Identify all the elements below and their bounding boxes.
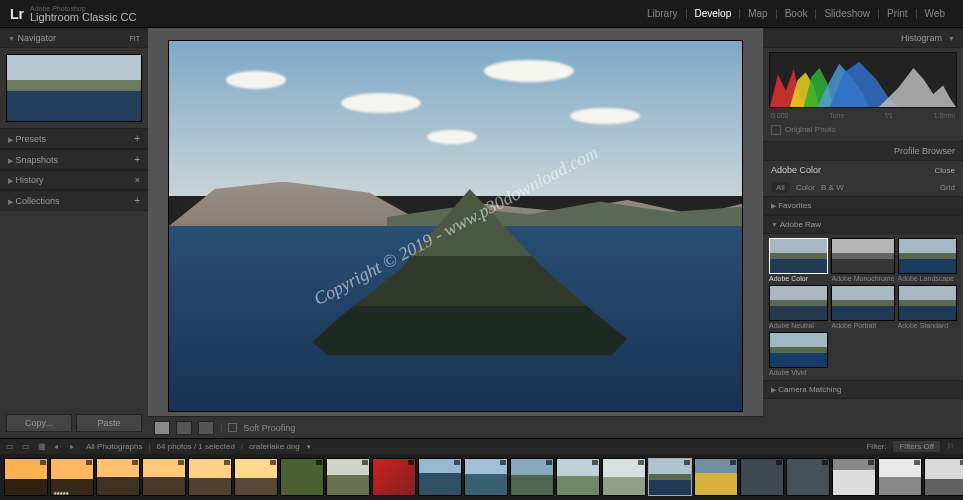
- panel-presets[interactable]: ▶ Presets+: [0, 128, 148, 149]
- main-window-icon[interactable]: ▭: [6, 442, 16, 452]
- filter-dropdown[interactable]: Filters Off: [892, 440, 941, 453]
- chevron-down-icon: ▼: [948, 35, 955, 42]
- film-thumb[interactable]: [234, 458, 278, 496]
- film-thumb[interactable]: [96, 458, 140, 496]
- second-window-icon[interactable]: ▭: [22, 442, 32, 452]
- chevron-right-icon: ▶: [8, 198, 13, 205]
- profile-adobe-neutral[interactable]: Adobe Neutral: [769, 285, 828, 329]
- profile-adobe-vivid[interactable]: Adobe Vivid: [769, 332, 828, 376]
- film-thumb[interactable]: [694, 458, 738, 496]
- photo-count: 64 photos / 1 selected: [157, 442, 235, 451]
- film-thumb[interactable]: ★★★★★: [50, 458, 94, 496]
- camera-matching-section[interactable]: ▶ Camera Matching: [763, 380, 963, 399]
- panel-collections[interactable]: ▶ Collections+: [0, 190, 148, 211]
- film-thumb[interactable]: [602, 458, 646, 496]
- filter-all[interactable]: All: [771, 182, 790, 193]
- grid-mode-toggle[interactable]: Grid: [940, 183, 955, 192]
- navigator-thumbnail[interactable]: [6, 54, 142, 122]
- module-library[interactable]: Library: [639, 9, 687, 19]
- chevron-right-icon: ▶: [8, 136, 13, 143]
- module-picker: Library Develop Map Book Slideshow Print…: [639, 9, 953, 19]
- film-thumb[interactable]: [372, 458, 416, 496]
- module-slideshow[interactable]: Slideshow: [816, 9, 879, 19]
- compare-view-button[interactable]: [198, 421, 214, 435]
- module-book[interactable]: Book: [777, 9, 817, 19]
- right-panel: Histogram▼ 0.000 Tone f/1 1.0mm Original…: [763, 28, 963, 438]
- image-preview[interactable]: Copyright © 2019 - www.p30download.com: [168, 40, 743, 412]
- title-bar: Lr Adobe Photoshop Lightroom Classic CC …: [0, 0, 963, 28]
- film-thumb[interactable]: [878, 458, 922, 496]
- filmstrip-info-bar: ▭ ▭ ▦ ◂ ▸ All Photographs | 64 photos / …: [0, 438, 963, 454]
- copy-button[interactable]: Copy...: [6, 414, 72, 432]
- profile-adobe-standard[interactable]: Adobe Standard: [898, 285, 957, 329]
- navigator-zoom[interactable]: FIT: [130, 35, 141, 42]
- panel-history[interactable]: ▶ History×: [0, 170, 148, 190]
- paste-button[interactable]: Paste: [76, 414, 142, 432]
- chevron-down-icon[interactable]: ▼: [306, 444, 312, 450]
- adobe-raw-section[interactable]: ▼ Adobe Raw: [763, 215, 963, 234]
- brand: Lr Adobe Photoshop Lightroom Classic CC: [10, 5, 136, 23]
- chevron-down-icon: ▼: [771, 221, 778, 228]
- film-thumb[interactable]: [280, 458, 324, 496]
- chevron-right-icon: ▶: [8, 177, 13, 184]
- film-thumb[interactable]: [924, 458, 963, 496]
- source-label[interactable]: All Photographs: [86, 442, 142, 451]
- filmstrip[interactable]: ★★★★★: [0, 454, 963, 500]
- chevron-down-icon: ▼: [8, 35, 15, 42]
- film-thumb[interactable]: [556, 458, 600, 496]
- film-thumb[interactable]: [326, 458, 370, 496]
- film-thumb[interactable]: [832, 458, 876, 496]
- filter-color[interactable]: Color: [796, 183, 815, 192]
- navigator-header[interactable]: ▼ Navigator FIT: [0, 28, 148, 48]
- film-thumb[interactable]: [510, 458, 554, 496]
- plus-icon[interactable]: +: [134, 133, 140, 144]
- panel-snapshots[interactable]: ▶ Snapshots+: [0, 149, 148, 170]
- plus-icon[interactable]: +: [134, 154, 140, 165]
- histogram-labels: 0.000 Tone f/1 1.0mm: [763, 112, 963, 123]
- back-icon[interactable]: ◂: [54, 442, 64, 452]
- module-develop[interactable]: Develop: [687, 9, 741, 19]
- plus-icon[interactable]: +: [134, 195, 140, 206]
- loupe-view-button[interactable]: [154, 421, 170, 435]
- film-thumb[interactable]: [786, 458, 830, 496]
- module-map[interactable]: Map: [740, 9, 776, 19]
- histogram-header[interactable]: Histogram▼: [763, 28, 963, 48]
- film-thumb[interactable]: [464, 458, 508, 496]
- before-after-button[interactable]: [176, 421, 192, 435]
- original-photo-checkbox[interactable]: Original Photo: [763, 123, 963, 141]
- forward-icon[interactable]: ▸: [70, 442, 80, 452]
- histogram[interactable]: [769, 52, 957, 108]
- profile-adobe-monochrome[interactable]: Adobe Monochrome: [831, 238, 894, 282]
- profile-adobe-portrait[interactable]: Adobe Portrait: [831, 285, 894, 329]
- chevron-right-icon: ▶: [771, 202, 776, 209]
- profile-adobe-landscape[interactable]: Adobe Landscape: [898, 238, 957, 282]
- chevron-right-icon: ▶: [771, 386, 776, 393]
- profile-browser-header[interactable]: Profile Browser: [763, 141, 963, 161]
- film-thumb[interactable]: [188, 458, 232, 496]
- profile-current: Adobe Color: [771, 165, 821, 175]
- histogram-title: Histogram: [901, 33, 942, 43]
- module-print[interactable]: Print: [879, 9, 917, 19]
- film-thumb[interactable]: [740, 458, 784, 496]
- navigator-title: Navigator: [17, 33, 56, 43]
- module-web[interactable]: Web: [917, 9, 953, 19]
- flag-icon[interactable]: ⚐: [947, 442, 957, 452]
- develop-toolbar: | Soft Proofing: [148, 416, 763, 438]
- center-area: Copyright © 2019 - www.p30download.com |…: [148, 28, 763, 438]
- film-thumb[interactable]: [418, 458, 462, 496]
- filter-label: Filter:: [866, 442, 886, 451]
- close-icon[interactable]: ×: [135, 175, 140, 185]
- left-panel: ▼ Navigator FIT ▶ Presets+ ▶ Snapshots+ …: [0, 28, 148, 438]
- close-button[interactable]: Close: [935, 166, 955, 175]
- grid-icon[interactable]: ▦: [38, 442, 48, 452]
- profile-grid: Adobe Color Adobe Monochrome Adobe Lands…: [763, 234, 963, 380]
- filter-bw[interactable]: B & W: [821, 183, 844, 192]
- lr-logo: Lr: [10, 6, 24, 22]
- soft-proof-label: Soft Proofing: [243, 423, 295, 433]
- film-thumb[interactable]: [142, 458, 186, 496]
- profile-adobe-color[interactable]: Adobe Color: [769, 238, 828, 282]
- film-thumb[interactable]: [4, 458, 48, 496]
- film-thumb[interactable]: [648, 458, 692, 496]
- favorites-section[interactable]: ▶ Favorites: [763, 196, 963, 215]
- soft-proof-checkbox[interactable]: [228, 423, 237, 432]
